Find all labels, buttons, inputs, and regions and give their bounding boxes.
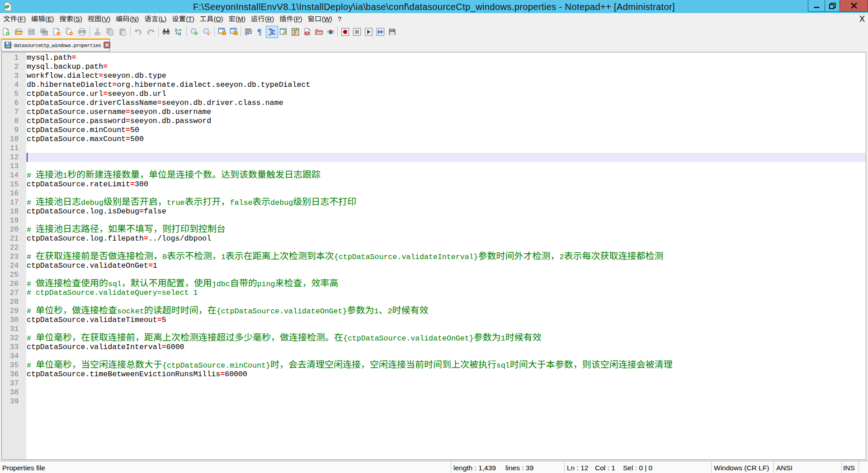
- macro-save-icon[interactable]: [388, 28, 396, 36]
- code-area[interactable]: mysql.path=mysql.backup.path=workflow.di…: [26, 52, 866, 459]
- editor-line-16[interactable]: [26, 189, 866, 198]
- editor-line-13[interactable]: [26, 162, 866, 171]
- editor-line-32[interactable]: # 单位毫秒，在获取连接前，距离上次检测连接超过多少毫秒，做连接检测。在{ctp…: [26, 334, 866, 343]
- editor-pane[interactable]: 1234567891011121314151617181920212223242…: [1, 52, 866, 460]
- editor-line-22[interactable]: [26, 243, 866, 252]
- editor-line-39[interactable]: [26, 397, 866, 406]
- zoom-in-icon[interactable]: [190, 28, 198, 36]
- menu-t[interactable]: 设置(T): [169, 13, 197, 25]
- editor-line-33[interactable]: ctpDataSource.validateInterval=6000: [26, 343, 866, 352]
- editor-line-35[interactable]: # 单位毫秒，当空闲连接总数大于{ctpDataSource.minCount}…: [26, 361, 866, 370]
- status-eol-format[interactable]: Windows (CR LF): [714, 462, 769, 473]
- word-wrap-icon[interactable]: [244, 28, 253, 36]
- editor-line-14[interactable]: # 连接池1秒的新建连接数量，单位是连接个数。达到该数量触发日志跟踪: [26, 171, 866, 180]
- menu-f[interactable]: 文件(F): [1, 13, 29, 25]
- editor-line-6[interactable]: ctpDataSource.driverClassName=seeyon.db.…: [26, 99, 866, 108]
- status-encoding[interactable]: ANSI: [776, 462, 793, 473]
- document-map-icon[interactable]: [291, 28, 300, 36]
- status-line-pos: Ln : 12: [567, 462, 588, 473]
- sync-horizontal-icon[interactable]: [230, 28, 238, 36]
- line-number: 3: [2, 71, 26, 80]
- macro-play-icon[interactable]: [364, 28, 373, 36]
- editor-line-27[interactable]: # ctpDataSource.validateQuery=select 1: [26, 289, 866, 298]
- tab-bar: datasourceCtp_windows.properties: [0, 38, 868, 52]
- editor-line-28[interactable]: [26, 298, 866, 307]
- editor-line-24[interactable]: ctpDataSource.validateOnGet=1: [26, 261, 866, 270]
- menu-s[interactable]: 搜索(S): [57, 13, 85, 25]
- replace-icon[interactable]: ha: [175, 28, 183, 36]
- editor-line-4[interactable]: db.hibernateDialect=org.hibernate.dialec…: [26, 80, 866, 90]
- sync-vertical-icon[interactable]: [218, 28, 226, 36]
- indent-guide-icon[interactable]: [268, 28, 276, 36]
- editor-line-26[interactable]: # 做连接检查使用的sql，默认不用配置，使用jdbc自带的ping来检查，效率…: [26, 279, 866, 289]
- menu-help[interactable]: ?: [335, 13, 344, 25]
- menu-r[interactable]: 运行(R): [248, 13, 277, 25]
- menu-l[interactable]: 语言(L): [142, 13, 169, 25]
- editor-line-7[interactable]: ctpDataSource.username=seeyon.db.usernam…: [26, 108, 866, 117]
- window-title: F:\SeeyonInstallEnvV8.1\InstallDeploy\ia…: [0, 0, 868, 13]
- editor-line-10[interactable]: ctpDataSource.maxCount=500: [26, 135, 866, 144]
- close-all-icon[interactable]: [65, 28, 74, 36]
- line-number: 14: [2, 171, 26, 180]
- document-peek-icon[interactable]: [326, 28, 335, 36]
- editor-line-12[interactable]: [26, 153, 866, 162]
- statusbar-separator: [774, 462, 774, 473]
- editor-line-15[interactable]: ctpDataSource.rateLimit=300: [26, 180, 866, 189]
- status-typing-mode[interactable]: INS: [843, 462, 855, 473]
- restore-button[interactable]: [825, 0, 840, 12]
- editor-line-37[interactable]: [26, 379, 866, 388]
- editor-line-3[interactable]: workflow.dialect=seeyon.db.type: [26, 71, 866, 80]
- editor-line-36[interactable]: ctpDataSource.timeBetweenEvictionRunsMil…: [26, 370, 866, 379]
- editor-line-30[interactable]: ctpDataSource.validateTimeout=5: [26, 316, 866, 325]
- tab-close-button[interactable]: [104, 42, 110, 48]
- line-number: 33: [2, 343, 26, 352]
- editor-line-18[interactable]: ctpDataSource.log.isDebug=false: [26, 207, 866, 216]
- editor-line-20[interactable]: # 连接池日志路径，如果不填写，则打印到控制台: [26, 225, 866, 234]
- menu-m[interactable]: 宏(M): [226, 13, 248, 25]
- new-file-icon[interactable]: [2, 28, 10, 36]
- tab-datasourcectp-windows-properties[interactable]: datasourceCtp_windows.properties: [1, 38, 110, 52]
- minimize-button[interactable]: [808, 0, 825, 12]
- close-button[interactable]: [840, 0, 868, 12]
- menu-e[interactable]: 编辑(E): [28, 13, 57, 25]
- menu-o[interactable]: 工具(O): [197, 13, 226, 25]
- menu-v[interactable]: 视图(V): [85, 13, 113, 25]
- folder-as-workspace-icon[interactable]: [315, 28, 323, 36]
- show-all-characters-icon[interactable]: ¶: [256, 28, 264, 36]
- menu-p[interactable]: 插件(P): [277, 13, 305, 25]
- close-file-icon[interactable]: [52, 28, 61, 36]
- editor-line-38[interactable]: [26, 388, 866, 397]
- editor-line-25[interactable]: [26, 270, 866, 279]
- line-number: 38: [2, 388, 26, 397]
- editor-line-19[interactable]: [26, 216, 866, 225]
- document-close-x-button[interactable]: X: [859, 15, 865, 23]
- line-number: 22: [2, 243, 26, 252]
- editor-line-9[interactable]: ctpDataSource.minCount=50: [26, 126, 866, 135]
- line-number: 21: [2, 234, 26, 243]
- macro-run-multiple-icon[interactable]: [376, 28, 385, 36]
- line-number: 4: [2, 80, 26, 90]
- find-icon[interactable]: [162, 28, 170, 36]
- macro-record-icon[interactable]: [341, 28, 349, 36]
- print-icon[interactable]: [78, 28, 86, 36]
- line-number: 37: [2, 379, 26, 388]
- open-file-icon[interactable]: [14, 28, 23, 36]
- editor-line-21[interactable]: ctpDataSource.log.filepath=../logs/dbpoo…: [26, 234, 866, 243]
- editor-line-8[interactable]: ctpDataSource.password=seeyon.db.passwor…: [26, 117, 866, 126]
- editor-line-5[interactable]: ctpDataSource.url=seeyon.db.url: [26, 90, 866, 99]
- menu-n[interactable]: 编码(N): [113, 13, 142, 25]
- editor-line-34[interactable]: [26, 352, 866, 361]
- zoom-out-icon[interactable]: [203, 28, 211, 36]
- editor-line-23[interactable]: # 在获取连接前是否做连接检测，0表示不检测，1表示在距离上次检测到本次{ctp…: [26, 252, 866, 261]
- macro-stop-icon[interactable]: [353, 28, 361, 36]
- function-list-icon[interactable]: [279, 28, 288, 36]
- editor-line-2[interactable]: mysql.backup.path=: [26, 62, 866, 71]
- menu-w[interactable]: 窗口(W): [305, 13, 335, 25]
- editor-line-31[interactable]: [26, 325, 866, 334]
- editor-line-17[interactable]: # 连接池日志debug级别是否开启，true表示打开，false表示debug…: [26, 198, 866, 207]
- editor-line-29[interactable]: # 单位秒，做连接检查socket的读超时时间，在{ctpDataSource.…: [26, 307, 866, 316]
- editor-line-1[interactable]: mysql.path=: [26, 53, 866, 62]
- editor-line-11[interactable]: [26, 144, 866, 153]
- line-number: 23: [2, 252, 26, 261]
- document-monitor-icon[interactable]: [303, 28, 311, 36]
